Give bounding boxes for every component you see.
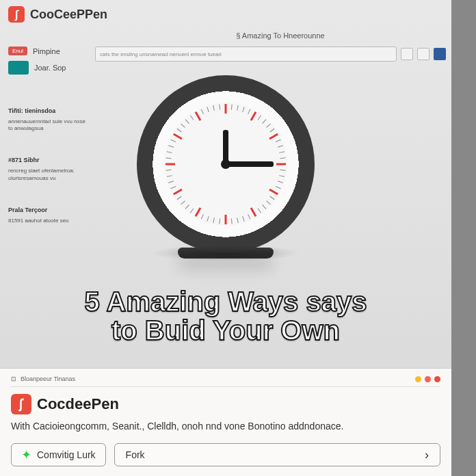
tool-button[interactable] bbox=[417, 48, 429, 60]
section-title: Prala Terçoor bbox=[8, 207, 87, 215]
hero-line1: 5 Amazing Ways says bbox=[0, 287, 451, 316]
section-title: #871 Sibhr bbox=[8, 157, 87, 165]
sidebar-item-secondary[interactable]: Joar. Sop bbox=[8, 61, 87, 75]
bottom-card: ⊡ Bloanpeeur Tinanas ʃ CocdeePen With Ca… bbox=[0, 368, 451, 476]
sidebar-section-3: Prala Terçoor 81591 aauhot atoote seo bbox=[8, 207, 87, 224]
close-icon[interactable] bbox=[434, 376, 440, 382]
sidebar-item-label: Joar. Sop bbox=[34, 64, 66, 72]
chevron-right-icon: › bbox=[425, 448, 429, 462]
sidebar-section-2: #871 Sibhr rencreg siaet ofenlamelroa: o… bbox=[8, 157, 87, 181]
color-swatch[interactable] bbox=[434, 48, 446, 60]
clock-center-dot bbox=[221, 159, 230, 169]
brand-row: ʃ CocdeePen bbox=[11, 394, 440, 414]
minimize-icon[interactable] bbox=[415, 376, 421, 382]
badge-red: Enul bbox=[8, 47, 27, 55]
tab-icon: ⊡ bbox=[11, 375, 16, 382]
action-row: ✦ Comvitig Lurk Fork › bbox=[11, 443, 440, 466]
description-text: With Cacioieongcomm, Seanit., Clelldh, o… bbox=[11, 420, 440, 434]
section-body: 81591 aauhot atoote seo bbox=[8, 217, 87, 224]
top-header: ʃ CooCeePPen bbox=[0, 0, 451, 29]
clock-shadow bbox=[150, 245, 301, 261]
browser-tab-bar: ⊡ Bloanpeeur Tinanas bbox=[11, 375, 440, 387]
window-controls bbox=[415, 376, 440, 382]
tab-title: Bloanpeeur Tinanas bbox=[21, 375, 75, 382]
clock-face bbox=[164, 103, 287, 226]
sidebar-item-label: Pimpine bbox=[33, 47, 60, 55]
search-input[interactable]: cats the imsting unsnamead nenoenl errno… bbox=[95, 47, 397, 62]
brand-text: CooCeePPen bbox=[30, 8, 107, 22]
subtitle: § Amazing To Hneerounne bbox=[109, 29, 451, 47]
sidebar-section-1: Tiñti: tieninsdoa annenauuemntad sule vv… bbox=[8, 107, 87, 132]
clock-minute-hand bbox=[226, 161, 274, 167]
tool-button[interactable] bbox=[401, 48, 413, 60]
section-body: annenauuemntad sule vvu nxse to anwulags… bbox=[8, 118, 87, 133]
hero-line2: to Buid Your Own bbox=[0, 316, 451, 345]
button-label: Fork bbox=[126, 449, 145, 460]
sidebar: Enul Pimpine Joar. Sop Tiñti: tieninsdoa… bbox=[0, 47, 92, 224]
button-label: Comvitig Lurk bbox=[37, 449, 96, 460]
brand-name: CocdeePen bbox=[37, 395, 119, 413]
section-body: rencreg siaet ofenlamelroa: olurisresamo… bbox=[8, 168, 87, 182]
logo-icon: ʃ bbox=[8, 6, 25, 23]
logo-icon: ʃ bbox=[11, 394, 31, 414]
section-title: Tiñti: tieninsdoa bbox=[8, 107, 87, 116]
fork-button[interactable]: Fork › bbox=[114, 443, 440, 466]
maximize-icon[interactable] bbox=[425, 376, 431, 382]
sidebar-item-primary[interactable]: Enul Pimpine bbox=[8, 47, 87, 55]
search-placeholder: cats the imsting unsnamead nenoenl errno… bbox=[100, 51, 222, 57]
star-icon: ✦ bbox=[21, 447, 31, 462]
clock-illustration bbox=[123, 75, 328, 259]
copy-link-button[interactable]: ✦ Comvitig Lurk bbox=[11, 443, 106, 466]
clock-outer-ring bbox=[137, 75, 315, 253]
hero-text: 5 Amazing Ways says to Buid Your Own bbox=[0, 287, 451, 345]
badge-teal bbox=[8, 61, 29, 75]
